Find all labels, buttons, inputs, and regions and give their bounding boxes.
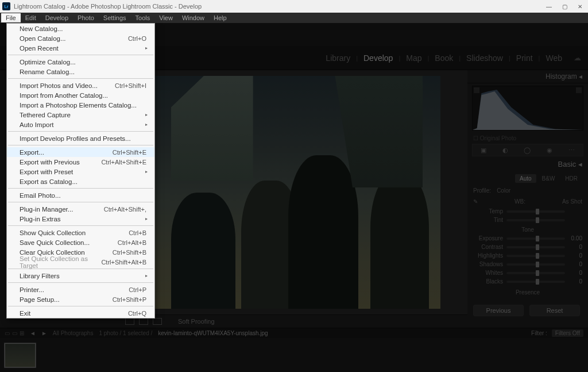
maximize-icon[interactable]: ▢ bbox=[562, 3, 567, 10]
previous-button[interactable]: Previous bbox=[473, 305, 524, 316]
reference-view-icon[interactable] bbox=[153, 318, 162, 325]
center-toolbar: Soft Proofing bbox=[121, 315, 467, 328]
profile-select[interactable]: Color bbox=[497, 187, 510, 194]
menu-develop[interactable]: Develop bbox=[41, 13, 73, 22]
more-tools-icon[interactable]: ⋯ bbox=[568, 147, 575, 154]
shadow-clip-icon[interactable] bbox=[474, 87, 479, 93]
minimize-icon[interactable]: — bbox=[546, 3, 552, 10]
menu-item[interactable]: Export with Preset▸ bbox=[7, 167, 154, 177]
heal-tool-icon[interactable]: ◐ bbox=[502, 147, 508, 154]
histogram-header[interactable]: Histogram ◂ bbox=[467, 70, 588, 83]
histogram[interactable] bbox=[472, 86, 583, 131]
eyedropper-icon[interactable]: ✎ bbox=[473, 198, 478, 205]
menu-file[interactable]: File bbox=[1, 13, 21, 22]
filmstrip[interactable] bbox=[0, 338, 588, 372]
menu-item[interactable]: Auto Import▸ bbox=[7, 120, 154, 129]
right-panel: Histogram ◂ ☐ Original Photo ▣ ◐ ◯ ◉ ⋯ B… bbox=[467, 70, 588, 328]
menu-item[interactable]: Plug-in Extras▸ bbox=[7, 214, 154, 224]
basic-panel-header[interactable]: Basic ◂ bbox=[467, 156, 588, 172]
temp-slider[interactable]: Temp bbox=[467, 207, 588, 216]
highlight-clip-icon[interactable] bbox=[576, 87, 582, 93]
menu-item[interactable]: Open Recent▸ bbox=[7, 43, 154, 53]
filename-label: kevin-laminto-qWUTM4IXA5Y-unsplash.jpg bbox=[158, 330, 268, 336]
tool-strip: ▣ ◐ ◯ ◉ ⋯ bbox=[472, 144, 583, 156]
menu-item[interactable]: Show Quick CollectionCtrl+B bbox=[7, 228, 154, 237]
crop-tool-icon[interactable]: ▣ bbox=[481, 147, 486, 154]
highlights-slider[interactable]: Highlights0 bbox=[467, 251, 588, 260]
titlebar: Lr Lightroom Catalog - Adobe Photoshop L… bbox=[0, 0, 588, 13]
before-after-icon[interactable] bbox=[139, 318, 148, 325]
loupe-view-icon[interactable] bbox=[125, 318, 134, 325]
module-slideshow[interactable]: Slideshow bbox=[463, 53, 506, 63]
shadows-slider[interactable]: Shadows0 bbox=[467, 260, 588, 269]
whites-slider[interactable]: Whites0 bbox=[467, 269, 588, 277]
source-label[interactable]: All Photographs bbox=[53, 330, 94, 336]
thumbnail[interactable] bbox=[5, 343, 36, 367]
module-book[interactable]: Book bbox=[431, 53, 457, 63]
menu-item[interactable]: Import Develop Profiles and Presets... bbox=[7, 133, 154, 143]
menu-item[interactable]: Page Setup...Ctrl+Shift+P bbox=[7, 294, 154, 304]
hdr-button[interactable]: HDR bbox=[560, 174, 582, 183]
menu-item[interactable]: Import Photos and Video...Ctrl+Shift+I bbox=[7, 80, 154, 90]
menu-settings[interactable]: Settings bbox=[99, 13, 131, 22]
menu-item[interactable]: Printer...Ctrl+P bbox=[7, 285, 154, 294]
menu-edit[interactable]: Edit bbox=[21, 13, 41, 22]
nav-back-icon[interactable]: ◄ bbox=[30, 330, 36, 336]
menu-item[interactable]: Rename Catalog... bbox=[7, 67, 154, 76]
menu-photo[interactable]: Photo bbox=[73, 13, 99, 22]
module-library[interactable]: Library bbox=[322, 53, 354, 63]
cloud-sync-icon[interactable]: ☁ bbox=[574, 53, 581, 62]
bw-button[interactable]: B&W bbox=[537, 174, 560, 183]
profile-label: Profile: bbox=[473, 187, 491, 194]
treatment-row: Auto B&W HDR bbox=[467, 172, 588, 185]
menu-item[interactable]: New Catalog... bbox=[7, 24, 154, 33]
menu-item[interactable]: Export...Ctrl+Shift+E bbox=[7, 147, 154, 157]
menu-item[interactable]: Optimize Catalog... bbox=[7, 57, 154, 67]
mask-tool-icon[interactable]: ◯ bbox=[524, 147, 531, 154]
module-develop[interactable]: Develop bbox=[360, 53, 396, 63]
filter-label: Filter : bbox=[531, 330, 547, 336]
menu-item[interactable]: Email Photo... bbox=[7, 190, 154, 200]
menu-item[interactable]: ExitCtrl+Q bbox=[7, 308, 154, 318]
menu-item[interactable]: Plug-in Manager...Ctrl+Alt+Shift+, bbox=[7, 204, 154, 214]
menu-item[interactable]: Library Filters▸ bbox=[7, 271, 154, 281]
menu-item[interactable]: Open Catalog...Ctrl+O bbox=[7, 33, 154, 43]
wb-select[interactable]: As Shot bbox=[562, 198, 582, 205]
menu-tools[interactable]: Tools bbox=[131, 13, 155, 22]
auto-button[interactable]: Auto bbox=[515, 174, 536, 183]
menu-item[interactable]: Export with PreviousCtrl+Alt+Shift+E bbox=[7, 157, 154, 167]
nav-fwd-icon[interactable]: ► bbox=[41, 330, 47, 336]
filters-off-button[interactable]: Filters Off bbox=[552, 329, 583, 337]
count-label: 1 photo / 1 selected / bbox=[99, 330, 152, 336]
second-window-icon[interactable]: ▭ bbox=[12, 330, 17, 336]
exposure-slider[interactable]: Exposure0.00 bbox=[467, 234, 588, 243]
profile-row: Profile: Color bbox=[467, 185, 588, 196]
close-icon[interactable]: ✕ bbox=[578, 3, 582, 10]
contrast-slider[interactable]: Contrast0 bbox=[467, 243, 588, 251]
tint-slider[interactable]: Tint bbox=[467, 216, 588, 224]
grid-shortcut-icon[interactable]: ⊞ bbox=[20, 330, 24, 336]
menu-help[interactable]: Help bbox=[209, 13, 231, 22]
presence-label: Presence bbox=[467, 286, 588, 299]
menu-item[interactable]: Export as Catalog... bbox=[7, 177, 154, 186]
menu-window[interactable]: Window bbox=[177, 13, 209, 22]
menu-view[interactable]: View bbox=[154, 13, 177, 22]
image-preview[interactable] bbox=[121, 70, 467, 315]
blacks-slider[interactable]: Blacks0 bbox=[467, 277, 588, 286]
module-web[interactable]: Web bbox=[542, 53, 566, 63]
reset-button[interactable]: Reset bbox=[529, 305, 580, 316]
wb-label: WB: bbox=[514, 198, 525, 205]
filmstrip-info-bar: ▭ ▭ ⊞ ◄ ► All Photographs 1 photo / 1 se… bbox=[0, 328, 588, 338]
original-photo-label: ☐ Original Photo bbox=[467, 133, 588, 144]
menu-item[interactable]: Import from Another Catalog... bbox=[7, 90, 154, 100]
soft-proofing-toggle[interactable]: Soft Proofing bbox=[178, 318, 215, 325]
menu-item[interactable]: Save Quick Collection...Ctrl+Alt+B bbox=[7, 237, 154, 247]
redeye-tool-icon[interactable]: ◉ bbox=[547, 147, 552, 154]
module-print[interactable]: Print bbox=[513, 53, 536, 63]
module-map[interactable]: Map bbox=[403, 53, 425, 63]
main-window-icon[interactable]: ▭ bbox=[5, 330, 10, 336]
menubar: FileEditDevelopPhotoSettingsToolsViewWin… bbox=[0, 13, 588, 23]
menu-item[interactable]: Import a Photoshop Elements Catalog... bbox=[7, 100, 154, 110]
menu-item[interactable]: Tethered Capture▸ bbox=[7, 110, 154, 120]
window-title: Lightroom Catalog - Adobe Photoshop Ligh… bbox=[14, 3, 202, 10]
